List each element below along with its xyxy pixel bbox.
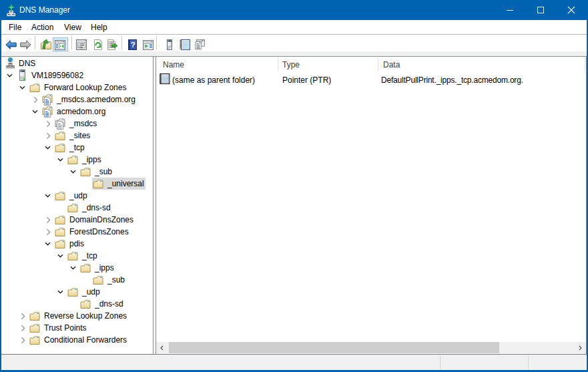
svg-text:?: ? [131,41,135,49]
